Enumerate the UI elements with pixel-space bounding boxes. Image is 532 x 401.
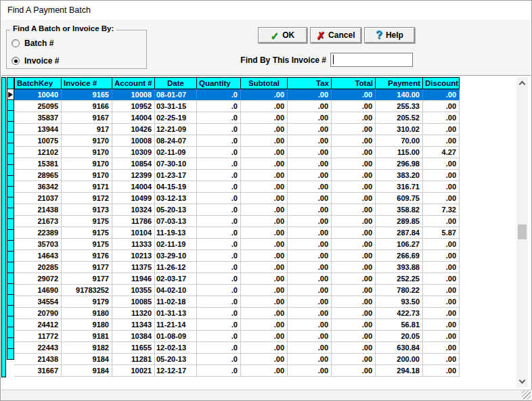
table-cell[interactable]: .00 (423, 250, 460, 261)
table-cell[interactable]: .00 (288, 250, 332, 261)
table-cell[interactable]: .0 (197, 342, 241, 353)
table-cell[interactable]: 106.27 (376, 239, 423, 250)
table-cell[interactable]: 422.73 (376, 308, 423, 319)
table-cell[interactable]: .00 (288, 365, 332, 376)
table-cell[interactable]: 140.00 (376, 89, 423, 100)
find-invoice-input[interactable] (330, 53, 413, 67)
table-cell[interactable]: 9170 (62, 170, 112, 181)
row-selector-cell[interactable] (7, 273, 14, 284)
table-cell[interactable]: 358.82 (376, 204, 423, 215)
table-cell[interactable]: 25095 (14, 101, 62, 112)
table-cell[interactable]: 22443 (14, 342, 62, 353)
table-cell[interactable]: 12-12-17 (155, 365, 197, 376)
table-cell[interactable]: .0 (197, 89, 241, 100)
table-cell[interactable]: .00 (332, 204, 376, 215)
table-cell[interactable]: .00 (423, 216, 460, 227)
table-cell[interactable]: .00 (332, 89, 376, 100)
table-row[interactable]: 1004091651000808-01-07.0.00.00.00140.00.… (14, 89, 460, 101)
table-cell[interactable]: 15381 (14, 158, 62, 169)
table-cell[interactable]: .00 (288, 308, 332, 319)
table-cell[interactable]: .00 (423, 365, 460, 376)
table-row[interactable]: 1007591701000808-24-07.0.00.00.0070.00.0… (14, 135, 460, 147)
table-cell[interactable]: 12102 (14, 147, 62, 158)
table-cell[interactable]: 05-20-13 (155, 354, 197, 364)
row-selector-cell[interactable] (7, 327, 14, 338)
table-cell[interactable]: .00 (332, 354, 376, 364)
table-cell[interactable]: 393.88 (376, 262, 423, 273)
table-cell[interactable]: 294.18 (376, 365, 423, 376)
table-cell[interactable]: .0 (197, 158, 241, 169)
row-selector-cell[interactable] (7, 143, 14, 154)
table-cell[interactable]: 10499 (112, 193, 155, 204)
table-cell[interactable]: .0 (197, 227, 241, 238)
table-cell[interactable]: .00 (423, 112, 460, 123)
column-header[interactable]: Invoice # (62, 77, 112, 89)
table-cell[interactable]: .00 (332, 147, 376, 158)
column-header[interactable]: Total (332, 77, 376, 89)
table-cell[interactable]: 03-31-15 (155, 101, 197, 112)
table-cell[interactable]: .00 (241, 285, 288, 296)
table-cell[interactable]: .00 (288, 319, 332, 330)
table-cell[interactable]: 5.87 (423, 227, 460, 238)
table-cell[interactable]: .0 (197, 319, 241, 330)
table-cell[interactable]: 14643 (14, 250, 62, 261)
table-cell[interactable]: .0 (197, 285, 241, 296)
table-cell[interactable]: .00 (332, 250, 376, 261)
table-cell[interactable]: 316.71 (376, 181, 423, 192)
table-cell[interactable]: .00 (288, 89, 332, 100)
table-cell[interactable]: .00 (241, 319, 288, 330)
table-cell[interactable]: 07-03-13 (155, 216, 197, 227)
table-row[interactable]: 2143891731032405-20-13.0.00.00.00358.827… (14, 204, 460, 216)
table-cell[interactable]: .00 (423, 262, 460, 273)
table-cell[interactable]: .00 (332, 158, 376, 169)
table-cell[interactable]: 21438 (14, 204, 62, 215)
table-row[interactable]: 2028591771137511-26-12.0.00.00.00393.88.… (14, 262, 460, 273)
table-cell[interactable]: 9177 (62, 262, 112, 273)
table-cell[interactable]: 255.33 (376, 101, 423, 112)
table-cell[interactable]: .00 (241, 147, 288, 158)
table-row[interactable]: 2896591701239901-23-17.0.00.00.00383.20.… (14, 170, 460, 181)
table-cell[interactable]: .00 (241, 273, 288, 284)
table-cell[interactable]: .0 (197, 101, 241, 112)
row-selector-cell[interactable] (7, 132, 14, 143)
table-cell[interactable]: .00 (288, 273, 332, 284)
table-cell[interactable]: .0 (197, 181, 241, 192)
table-cell[interactable]: .00 (241, 170, 288, 181)
table-cell[interactable]: .00 (332, 227, 376, 238)
table-cell[interactable]: 02-11-09 (155, 147, 197, 158)
table-cell[interactable]: 11320 (112, 308, 155, 319)
table-cell[interactable]: .00 (423, 296, 460, 307)
table-cell[interactable]: 266.69 (376, 250, 423, 261)
table-row[interactable]: 2079091801132001-31-13.0.00.00.00422.73.… (14, 308, 460, 319)
table-cell[interactable]: 9175 (62, 227, 112, 238)
table-cell[interactable]: 9166 (62, 101, 112, 112)
table-cell[interactable]: .00 (288, 296, 332, 307)
table-cell[interactable]: 02-11-19 (155, 239, 197, 250)
table-cell[interactable]: 93.50 (376, 296, 423, 307)
table-cell[interactable]: .00 (288, 101, 332, 112)
table-row[interactable]: 2103791721049903-12-13.0.00.00.00609.75.… (14, 193, 460, 204)
table-cell[interactable]: 9184 (62, 365, 112, 376)
table-cell[interactable]: .00 (423, 273, 460, 284)
table-cell[interactable]: 20.05 (376, 331, 423, 341)
table-cell[interactable]: 11946 (112, 273, 155, 284)
table-cell[interactable]: 56.81 (376, 319, 423, 330)
table-cell[interactable]: .00 (332, 262, 376, 273)
table-cell[interactable]: .00 (241, 112, 288, 123)
table-cell[interactable]: .00 (288, 158, 332, 169)
table-cell[interactable]: 296.98 (376, 158, 423, 169)
table-cell[interactable]: 14004 (112, 112, 155, 123)
table-cell[interactable]: 10008 (112, 89, 155, 100)
row-selector-cell[interactable] (7, 229, 14, 241)
table-cell[interactable]: 9167 (62, 112, 112, 123)
table-row[interactable]: 1538191701085407-30-10.0.00.00.00296.98.… (14, 158, 460, 170)
table-row[interactable]: 1210291701030902-11-09.0.00.00.00115.004… (14, 147, 460, 158)
table-cell[interactable]: .00 (241, 308, 288, 319)
table-cell[interactable]: 11786 (112, 216, 155, 227)
table-cell[interactable]: 10355 (112, 285, 155, 296)
table-cell[interactable]: .0 (197, 135, 241, 146)
row-selector-cell[interactable] (7, 337, 14, 349)
table-cell[interactable]: 91783252 (62, 285, 112, 296)
ok-button[interactable]: ✓ OK (258, 27, 307, 43)
table-cell[interactable]: .0 (197, 216, 241, 227)
